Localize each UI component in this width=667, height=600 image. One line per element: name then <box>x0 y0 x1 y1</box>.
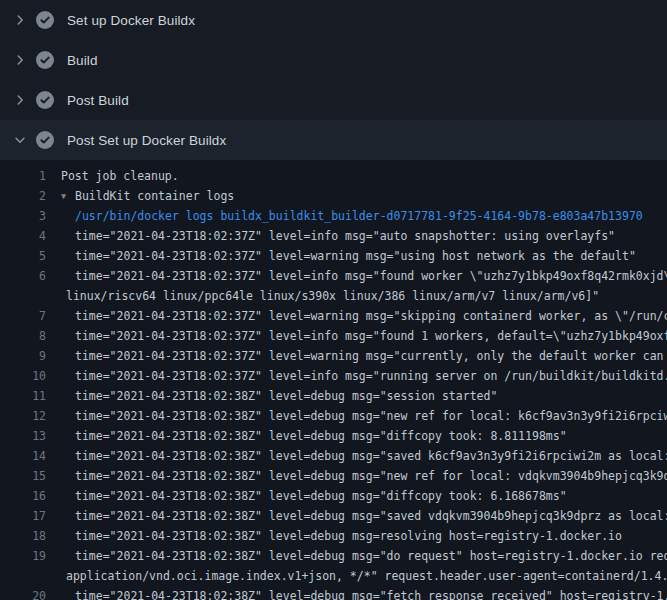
log-line-text: linux/riscv64 linux/ppc64le linux/s390x … <box>46 286 667 306</box>
log-line-text: application/vnd.oci.image.index.v1+json,… <box>46 566 667 586</box>
log-line-text: time="2021-04-23T18:02:38Z" level=debug … <box>46 446 667 466</box>
chevron-right-icon <box>12 12 28 28</box>
log-line-number[interactable]: 19 <box>0 546 46 566</box>
log-line: application/vnd.oci.image.index.v1+json,… <box>0 566 667 586</box>
log-line-number[interactable]: 8 <box>0 326 46 346</box>
log-line-number[interactable]: 9 <box>0 346 46 366</box>
actions-log-viewer: Set up Docker Buildx Build Post Build <box>0 0 667 600</box>
log-line-number[interactable]: 20 <box>0 586 46 600</box>
log-line: 14 time="2021-04-23T18:02:38Z" level=deb… <box>0 446 667 466</box>
log-line: 11 time="2021-04-23T18:02:38Z" level=deb… <box>0 386 667 406</box>
log-line-text: time="2021-04-23T18:02:38Z" level=debug … <box>46 506 667 526</box>
log-line: 13 time="2021-04-23T18:02:38Z" level=deb… <box>0 426 667 446</box>
log-line-number[interactable]: 5 <box>0 246 46 266</box>
log-line: 2 ▼BuildKit container logs <box>0 186 667 206</box>
chevron-right-icon <box>12 52 28 68</box>
log-line-text: time="2021-04-23T18:02:38Z" level=debug … <box>46 546 667 566</box>
log-line-number[interactable]: 7 <box>0 306 46 326</box>
log-line-number[interactable]: 14 <box>0 446 46 466</box>
log-line-text: time="2021-04-23T18:02:37Z" level=info m… <box>46 326 667 346</box>
log-line-text: time="2021-04-23T18:02:38Z" level=debug … <box>46 406 667 426</box>
check-circle-icon <box>36 11 54 29</box>
step-label: Post Build <box>67 93 129 108</box>
log-line: 9 time="2021-04-23T18:02:37Z" level=warn… <box>0 346 667 366</box>
log-line-number[interactable]: 13 <box>0 426 46 446</box>
log-line-text: time="2021-04-23T18:02:38Z" level=debug … <box>46 486 667 506</box>
log-line: 10 time="2021-04-23T18:02:37Z" level=inf… <box>0 366 667 386</box>
log-line-text[interactable]: ▼BuildKit container logs <box>46 186 667 206</box>
log-line: 5 time="2021-04-23T18:02:37Z" level=warn… <box>0 246 667 266</box>
log-line-text: time="2021-04-23T18:02:38Z" level=debug … <box>46 466 667 486</box>
step-label: Build <box>67 53 98 68</box>
log-line: 12 time="2021-04-23T18:02:38Z" level=deb… <box>0 406 667 426</box>
log-line-text: time="2021-04-23T18:02:38Z" level=debug … <box>46 386 667 406</box>
log-line-number[interactable]: 4 <box>0 226 46 246</box>
log-line: 4 time="2021-04-23T18:02:37Z" level=info… <box>0 226 667 246</box>
log-line-number[interactable]: 18 <box>0 526 46 546</box>
step-row-build[interactable]: Build <box>0 40 667 80</box>
log-line: 1 Post job cleanup. <box>0 166 667 186</box>
log-line: 6 time="2021-04-23T18:02:37Z" level=info… <box>0 266 667 286</box>
log-line: 7 time="2021-04-23T18:02:37Z" level=warn… <box>0 306 667 326</box>
log-line-text: time="2021-04-23T18:02:37Z" level=warnin… <box>46 306 667 326</box>
log-line-text: time="2021-04-23T18:02:38Z" level=debug … <box>46 586 667 600</box>
log-line-text: time="2021-04-23T18:02:37Z" level=warnin… <box>46 346 667 366</box>
log-line-number[interactable]: 16 <box>0 486 46 506</box>
log-line-text: /usr/bin/docker logs buildx_buildkit_bui… <box>46 206 667 226</box>
step-row-post-set-up-docker-buildx[interactable]: Post Set up Docker Buildx <box>0 120 667 160</box>
log-line-text: Post job cleanup. <box>46 166 667 186</box>
log-line-number[interactable]: 3 <box>0 206 46 226</box>
step-row-post-build[interactable]: Post Build <box>0 80 667 120</box>
log-line: linux/riscv64 linux/ppc64le linux/s390x … <box>0 286 667 306</box>
check-circle-icon <box>36 91 54 109</box>
log-line-text: time="2021-04-23T18:02:37Z" level=warnin… <box>46 246 667 266</box>
log-line-text: time="2021-04-23T18:02:38Z" level=debug … <box>46 426 667 446</box>
chevron-right-icon <box>12 92 28 108</box>
log-line-number[interactable]: 17 <box>0 506 46 526</box>
log-line: 20 time="2021-04-23T18:02:38Z" level=deb… <box>0 586 667 600</box>
step-label: Set up Docker Buildx <box>67 13 195 28</box>
steps-list: Set up Docker Buildx Build Post Build <box>0 0 667 160</box>
check-circle-icon <box>36 51 54 69</box>
log-line: 8 time="2021-04-23T18:02:37Z" level=info… <box>0 326 667 346</box>
log-group-toggle-icon[interactable]: ▼ <box>61 186 75 206</box>
log-line-number[interactable]: 11 <box>0 386 46 406</box>
log-line: 3 /usr/bin/docker logs buildx_buildkit_b… <box>0 206 667 226</box>
check-circle-icon <box>36 131 54 149</box>
log-line-number[interactable] <box>0 286 46 306</box>
log-line-text: time="2021-04-23T18:02:38Z" level=debug … <box>46 526 667 546</box>
log-line: 16 time="2021-04-23T18:02:38Z" level=deb… <box>0 486 667 506</box>
log-line-text: time="2021-04-23T18:02:37Z" level=info m… <box>46 366 667 386</box>
step-row-set-up-docker-buildx[interactable]: Set up Docker Buildx <box>0 0 667 40</box>
log-line: 19 time="2021-04-23T18:02:38Z" level=deb… <box>0 546 667 566</box>
log-line: 18 time="2021-04-23T18:02:38Z" level=deb… <box>0 526 667 546</box>
log-line-number[interactable]: 2 <box>0 186 46 206</box>
log-line: 17 time="2021-04-23T18:02:38Z" level=deb… <box>0 506 667 526</box>
log-line-number[interactable] <box>0 566 46 586</box>
log-line-number[interactable]: 10 <box>0 366 46 386</box>
log-line-number[interactable]: 15 <box>0 466 46 486</box>
log-panel[interactable]: 1 Post job cleanup. 2 ▼BuildKit containe… <box>0 160 667 600</box>
log-line-number[interactable]: 6 <box>0 266 46 286</box>
chevron-down-icon <box>12 132 28 148</box>
log-line: 15 time="2021-04-23T18:02:38Z" level=deb… <box>0 466 667 486</box>
log-line-number[interactable]: 12 <box>0 406 46 426</box>
log-line-text: time="2021-04-23T18:02:37Z" level=info m… <box>46 226 667 246</box>
step-label: Post Set up Docker Buildx <box>67 133 226 148</box>
log-line-number[interactable]: 1 <box>0 166 46 186</box>
log-line-text: time="2021-04-23T18:02:37Z" level=info m… <box>46 266 667 286</box>
